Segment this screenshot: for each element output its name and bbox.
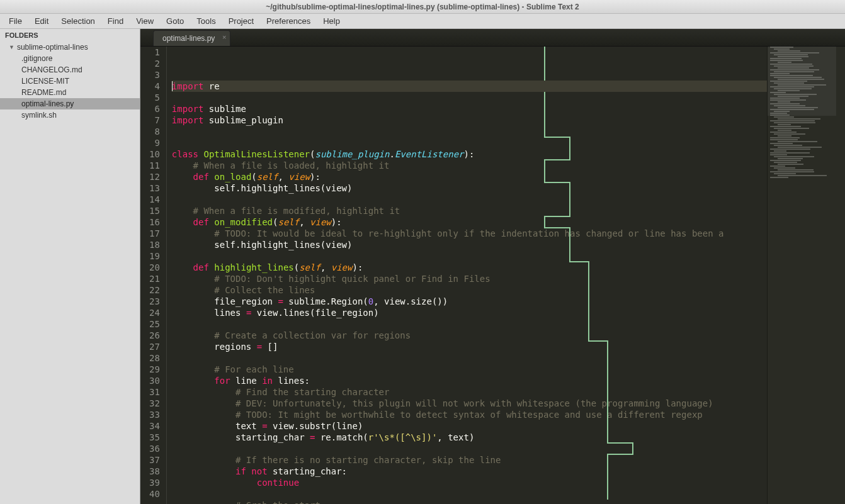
minimap-line (778, 147, 822, 148)
code-line[interactable]: # TODO: It might be worthwhile to detect… (172, 409, 767, 420)
minimap-line (778, 118, 820, 120)
code-line[interactable]: # When a file is modified, highlight it (172, 205, 767, 216)
minimap-line (774, 122, 815, 123)
code-line[interactable] (172, 318, 767, 330)
minimap-line (770, 126, 801, 127)
code-line[interactable]: continue (172, 477, 767, 488)
code-line[interactable]: file_region = sublime.Region(0, view.siz… (172, 296, 767, 307)
code-text[interactable]: import re import sublimeimport sublime_p… (167, 47, 767, 504)
menu-find[interactable]: Find (101, 14, 130, 28)
code-line[interactable]: # Find the starting character (172, 386, 767, 398)
minimap-line (778, 135, 791, 137)
code-line[interactable]: if not starting_char: (172, 466, 767, 477)
sidebar-header: FOLDERS (0, 29, 140, 42)
file-item[interactable]: symlink.sh (0, 109, 140, 121)
code-line[interactable]: # When a file is loaded, highlight it (172, 160, 767, 171)
code-line[interactable]: # Grab the start (172, 500, 767, 504)
menu-edit[interactable]: Edit (28, 14, 55, 28)
minimap-line (770, 171, 814, 172)
minimap-line (778, 175, 827, 176)
file-item[interactable]: README.md (0, 87, 140, 98)
code-line[interactable]: # For each line (172, 364, 767, 375)
code-line[interactable] (172, 352, 767, 364)
menu-selection[interactable]: Selection (55, 14, 101, 28)
code-line[interactable]: import re (172, 81, 767, 92)
minimap-line (778, 124, 791, 125)
code-line[interactable] (172, 250, 767, 262)
code-line[interactable]: def on_modified(self, view): (172, 216, 767, 228)
menu-preferences[interactable]: Preferences (260, 14, 317, 28)
minimap-line (774, 128, 809, 129)
folder-root-label: sublime-optimal-lines (17, 43, 88, 52)
code-line[interactable]: self.highlight_lines(view) (172, 182, 767, 194)
code-line[interactable]: # DEV: Unfortunately, this plugin will n… (172, 398, 767, 409)
tab[interactable]: optimal-lines.py× (153, 30, 230, 46)
minimap-line (770, 154, 787, 155)
minimap-line (774, 116, 794, 118)
minimap[interactable] (767, 47, 836, 504)
code-line[interactable] (172, 92, 767, 103)
code-line[interactable]: def on_load(self, view): (172, 171, 767, 182)
code-line[interactable]: # TODO: It would be ideal to re-highligh… (172, 228, 767, 239)
code-line[interactable] (172, 488, 767, 500)
menu-help[interactable]: Help (317, 14, 346, 28)
code-line[interactable]: def highlight_lines(self, view): (172, 262, 767, 273)
minimap-line (770, 120, 815, 121)
file-item[interactable]: optimal-lines.py (0, 98, 140, 109)
file-item[interactable]: LICENSE-MIT (0, 76, 140, 87)
minimap-line (774, 150, 786, 152)
minimap-line (770, 148, 810, 150)
code-line[interactable]: self.highlight_lines(view) (172, 239, 767, 250)
editor: optimal-lines.py× 1234567891011121314151… (140, 29, 845, 504)
code-line[interactable]: # TODO: Don't highlight quick panel or F… (172, 273, 767, 284)
close-icon[interactable]: × (222, 33, 226, 41)
text-cursor (172, 81, 173, 91)
chevron-down-icon: ▼ (9, 44, 14, 50)
minimap-line (774, 162, 797, 163)
code-line[interactable]: regions = [] (172, 341, 767, 352)
sidebar: FOLDERS ▼ sublime-optimal-lines .gitigno… (0, 29, 140, 504)
minimap-line (774, 145, 802, 146)
minimap-line (778, 164, 803, 165)
code-line[interactable]: import sublime (172, 103, 767, 115)
minimap-line (770, 132, 797, 133)
tab-bar: optimal-lines.py× (140, 29, 845, 47)
menu-tools[interactable]: Tools (190, 14, 222, 28)
code-line[interactable] (172, 137, 767, 148)
code-line[interactable] (172, 194, 767, 205)
minimap-line (774, 133, 805, 135)
code-line[interactable]: lines = view.lines(file_region) (172, 307, 767, 318)
code-line[interactable]: for line in lines: (172, 375, 767, 386)
code-line[interactable]: # Collect the lines (172, 284, 767, 296)
menu-project[interactable]: Project (222, 14, 260, 28)
file-item[interactable]: .gitignore (0, 53, 140, 64)
vertical-scrollbar[interactable] (836, 47, 845, 504)
menu-goto[interactable]: Goto (160, 14, 190, 28)
minimap-line (774, 173, 796, 174)
menu-view[interactable]: View (130, 14, 160, 28)
minimap-line (770, 143, 793, 144)
code-line[interactable]: # If there is no starting character, ski… (172, 454, 767, 466)
code-line[interactable]: import sublime_plugin (172, 115, 767, 126)
minimap-line (778, 130, 791, 131)
code-area[interactable]: 1234567891011121314151617181920212223242… (140, 47, 767, 504)
code-line[interactable]: class OptimalLinesListener(sublime_plugi… (172, 148, 767, 160)
minimap-viewport[interactable] (768, 47, 836, 116)
code-line[interactable] (172, 126, 767, 137)
file-item[interactable]: CHANGELOG.md (0, 64, 140, 76)
code-line[interactable]: text = view.substr(line) (172, 420, 767, 432)
minimap-line (770, 165, 785, 167)
code-line[interactable]: # Create a collection var for regions (172, 330, 767, 341)
menu-file[interactable]: File (3, 14, 28, 28)
minimap-line (770, 152, 810, 154)
folder-root[interactable]: ▼ sublime-optimal-lines (0, 42, 140, 53)
window-title: ~/github/sublime-optimal-lines/optimal-l… (0, 0, 845, 14)
code-line[interactable] (172, 443, 767, 454)
minimap-line (770, 177, 788, 178)
minimap-line (778, 158, 803, 159)
line-gutter: 1234567891011121314151617181920212223242… (140, 47, 167, 504)
code-line[interactable]: starting_char = re.match(r'\s*([^\s])', … (172, 432, 767, 443)
minimap-line (778, 141, 817, 142)
minimap-line (774, 156, 814, 157)
minimap-line (774, 167, 795, 169)
